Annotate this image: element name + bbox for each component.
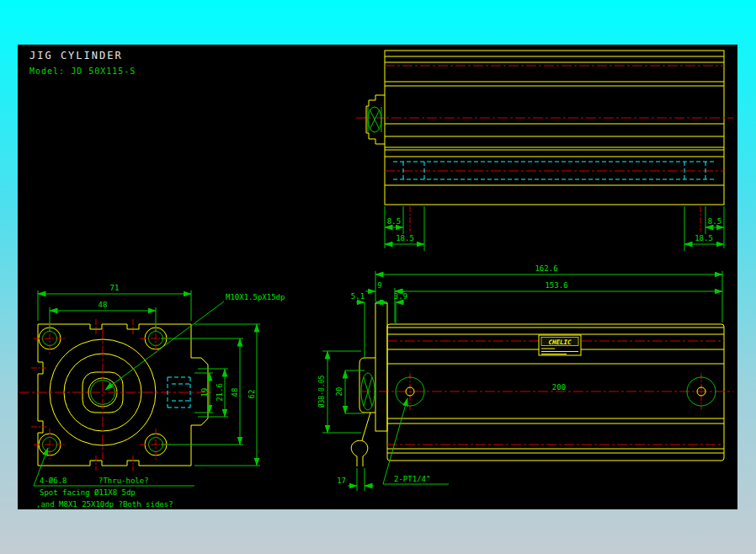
port-callout: 2-PT1/4": [383, 398, 449, 484]
top-body: [385, 51, 724, 205]
svg-text:Ø38-0.05: Ø38-0.05: [317, 376, 326, 408]
dim-48-top: 48: [50, 301, 156, 332]
svg-text:3.9: 3.9: [394, 292, 407, 301]
svg-text:19: 19: [200, 388, 209, 397]
drawing-title: JIG CYLINDER: [29, 50, 123, 61]
note-spotface: Spot facing Ø11X8 5dp: [40, 488, 136, 497]
drawing-sheet: JIG CYLINDER Model: JD 50X115-S: [18, 45, 737, 509]
svg-text:20: 20: [335, 387, 343, 397]
thread-callout-text: M10X1.5pX15dp: [226, 293, 285, 301]
svg-text:21.6: 21.6: [216, 383, 224, 402]
title-block: JIG CYLINDER Model: JD 50X115-S: [29, 50, 136, 76]
svg-text:8.5: 8.5: [708, 217, 721, 226]
dim-17: 17: [337, 468, 374, 491]
svg-text:162.6: 162.6: [535, 264, 557, 273]
svg-text:18.5: 18.5: [396, 234, 414, 242]
note-tap: ,and M8X1 25X10dp ?Both sides?: [36, 500, 173, 509]
nameplate: CHELIC: [539, 335, 581, 355]
front-centerlines: [19, 319, 211, 471]
model-number: Model: JD 50X115-S: [29, 67, 136, 76]
dim-9: 9: [365, 281, 405, 291]
dim-18-5-left: 18.5: [385, 206, 424, 251]
dim-71: 71: [38, 284, 191, 321]
hole-notes: 4-Ø6.8 ?Thru-hole? Spot facing Ø11X8 5dp…: [34, 448, 194, 509]
svg-text:5.1: 5.1: [351, 292, 365, 301]
cad-screen: JIG CYLINDER Model: JD 50X115-S: [0, 0, 756, 554]
top-rod-end: [366, 95, 385, 144]
thread-callout: M10X1.5pX15dp: [105, 293, 285, 390]
side-centerlines: [361, 341, 733, 445]
svg-text:62: 62: [248, 390, 256, 399]
note-thru: ?Thru-hole?: [98, 477, 149, 485]
center-mark-text: 200: [552, 383, 566, 392]
dim-3-9: 3.9: [379, 292, 407, 324]
dim-162-6: 162.6: [375, 264, 722, 322]
dim-153-6: 153.6: [395, 281, 722, 322]
svg-text:153.6: 153.6: [545, 281, 567, 290]
side-view: CHELIC 200: [317, 264, 733, 491]
nameplate-brand: CHELIC: [548, 338, 572, 346]
note-holes: 4-Ø6.8: [40, 477, 67, 485]
top-centerlines: [356, 66, 733, 232]
svg-text:8.5: 8.5: [387, 217, 401, 226]
svg-text:48: 48: [98, 301, 108, 309]
drawing-canvas: JIG CYLINDER Model: JD 50X115-S: [18, 45, 737, 509]
port-callout-text: 2-PT1/4": [394, 475, 430, 483]
svg-text:71: 71: [110, 284, 120, 292]
svg-text:9: 9: [377, 281, 381, 290]
svg-text:17: 17: [337, 477, 346, 485]
top-view: 8.5 18.5 8.5 18.5: [356, 51, 733, 251]
dim-20: 20: [335, 370, 365, 413]
dim-18-5-right: 18.5: [684, 206, 724, 251]
wrench-icon: [351, 413, 370, 466]
front-plate: [359, 303, 387, 431]
svg-text:48: 48: [231, 388, 239, 397]
front-view: 71 48 M10X1.5pX15dp 19: [19, 284, 285, 509]
svg-text:18.5: 18.5: [695, 234, 713, 242]
top-body-lines: [385, 56, 724, 185]
